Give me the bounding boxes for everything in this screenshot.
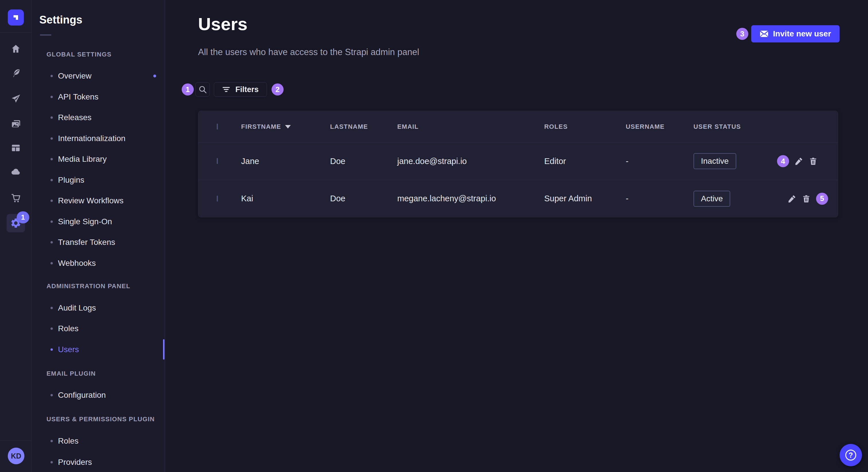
cell-email: jane.doe@strapi.io: [397, 157, 544, 166]
sidebar-item-users[interactable]: Users: [32, 339, 165, 360]
table-row-jane: Jane Doe jane.doe@strapi.io Editor - Ina…: [198, 142, 838, 180]
deploy-paper-plane-icon[interactable]: [0, 94, 32, 104]
annotation-badge-1: 1: [182, 83, 194, 96]
annotation-badge-3: 3: [736, 28, 748, 40]
row-actions: 5: [780, 193, 818, 205]
trash-icon: [809, 157, 818, 166]
user-avatar[interactable]: KD: [8, 448, 24, 464]
sidebar-item-admin-roles[interactable]: Roles: [32, 318, 165, 339]
active-item-indicator: [163, 339, 164, 360]
bullet-icon: [51, 200, 53, 202]
media-library-photos-icon[interactable]: [0, 119, 32, 129]
edit-button[interactable]: [794, 157, 803, 166]
section-label-users-permissions-plugin: USERS & PERMISSIONS PLUGIN: [46, 415, 155, 424]
bullet-icon: [51, 394, 53, 396]
bullet-icon: [51, 158, 53, 160]
column-header-roles: ROLES: [544, 123, 626, 131]
delete-button[interactable]: [809, 157, 818, 166]
page-subtitle: All the users who have access to the Str…: [198, 47, 419, 57]
marketplace-cart-icon[interactable]: [0, 193, 32, 203]
sidebar-item-releases[interactable]: Releases: [32, 107, 165, 128]
invite-new-user-button[interactable]: Invite new user: [751, 25, 840, 42]
subnav-title: Settings: [39, 14, 82, 26]
bullet-icon: [51, 262, 53, 264]
sidebar-item-audit-logs[interactable]: Audit Logs: [32, 298, 165, 318]
section-label-administration-panel: ADMINISTRATION PANEL: [46, 282, 130, 291]
content-manager-layout-icon[interactable]: [0, 143, 32, 153]
pencil-icon: [787, 194, 797, 203]
sidebar-item-single-sign-on[interactable]: Single Sign-On: [32, 211, 165, 232]
row-checkbox[interactable]: [217, 196, 218, 202]
sort-caret-icon: [285, 125, 291, 129]
bullet-icon: [51, 440, 53, 442]
bullet-icon: [51, 241, 53, 243]
sidebar-item-internationalization[interactable]: Internationalization: [32, 128, 165, 149]
search-button[interactable]: [195, 82, 210, 97]
page-title: Users: [198, 14, 247, 34]
annotation-badge-2: 2: [272, 83, 284, 96]
column-header-lastname: LASTNAME: [330, 123, 397, 131]
cell-firstname: Kai: [241, 194, 330, 203]
users-table: FIRSTNAME LASTNAME EMAIL ROLES USERNAME …: [198, 111, 838, 217]
status-badge: Active: [693, 191, 730, 207]
bullet-icon: [51, 116, 53, 119]
row-checkbox[interactable]: [217, 158, 218, 164]
select-all-checkbox[interactable]: [217, 124, 218, 130]
section-label-email-plugin: EMAIL PLUGIN: [46, 369, 96, 378]
cell-lastname: Doe: [330, 194, 397, 203]
delete-button[interactable]: [802, 194, 811, 203]
search-icon: [198, 85, 207, 94]
annotation-badge-5: 5: [816, 193, 828, 205]
sidebar-item-transfer-tokens[interactable]: Transfer Tokens: [32, 232, 165, 252]
cell-roles: Super Admin: [544, 194, 626, 203]
pencil-icon: [794, 157, 803, 166]
sidebar-item-providers[interactable]: Providers: [32, 452, 165, 472]
question-mark-icon: ?: [845, 450, 856, 461]
bullet-icon: [51, 348, 53, 351]
sidebar-item-plugins[interactable]: Plugins: [32, 170, 165, 191]
section-label-global-settings: GLOBAL SETTINGS: [46, 50, 112, 59]
bullet-icon: [51, 328, 53, 330]
row-actions: 4: [780, 155, 818, 167]
filters-button[interactable]: Filters: [214, 82, 267, 97]
bullet-icon: [51, 221, 53, 223]
bullet-icon: [51, 137, 53, 140]
bullet-icon: [51, 96, 53, 98]
home-icon[interactable]: [0, 43, 32, 54]
cell-email: megane.lacheny@strapi.io: [397, 194, 544, 203]
edit-button[interactable]: [787, 194, 797, 203]
main-nav-rail: 1 KD: [0, 0, 32, 472]
cell-username: -: [626, 157, 693, 166]
settings-notification-badge: 1: [17, 211, 29, 224]
bullet-icon: [51, 75, 53, 77]
rail-divider-bottom: [0, 440, 32, 441]
settings-subnav: Settings GLOBAL SETTINGS Overview API To…: [32, 0, 165, 472]
main-content: Users All the users who have access to t…: [165, 0, 868, 472]
cell-roles: Editor: [544, 157, 626, 166]
table-row-kai: Kai Doe megane.lacheny@strapi.io Super A…: [198, 180, 838, 217]
trash-icon: [802, 194, 811, 203]
cell-lastname: Doe: [330, 157, 397, 166]
sidebar-item-media-library[interactable]: Media Library: [32, 149, 165, 169]
sidebar-item-email-configuration[interactable]: Configuration: [32, 385, 165, 405]
subnav-title-divider: [40, 34, 51, 36]
overview-notification-dot: [153, 74, 156, 77]
strapi-logo[interactable]: [8, 9, 24, 26]
table-header-row: FIRSTNAME LASTNAME EMAIL ROLES USERNAME …: [198, 111, 838, 142]
cloud-icon[interactable]: [0, 167, 32, 177]
column-header-username: USERNAME: [626, 123, 693, 131]
column-header-firstname[interactable]: FIRSTNAME: [241, 123, 330, 131]
envelope-icon: [760, 30, 768, 37]
help-button[interactable]: ?: [840, 444, 862, 466]
sidebar-item-up-roles[interactable]: Roles: [32, 431, 165, 451]
sidebar-item-api-tokens[interactable]: API Tokens: [32, 87, 165, 107]
column-header-user-status: USER STATUS: [693, 123, 780, 131]
cell-firstname: Jane: [241, 157, 330, 166]
sidebar-item-overview[interactable]: Overview: [32, 66, 165, 86]
rail-divider-top: [0, 32, 32, 33]
sidebar-item-webhooks[interactable]: Webhooks: [32, 253, 165, 274]
content-builder-feather-icon[interactable]: [0, 68, 32, 78]
toolbar: 1 Filters 2: [182, 82, 284, 97]
sidebar-item-review-workflows[interactable]: Review Workflows: [32, 191, 165, 211]
status-badge: Inactive: [693, 153, 736, 169]
